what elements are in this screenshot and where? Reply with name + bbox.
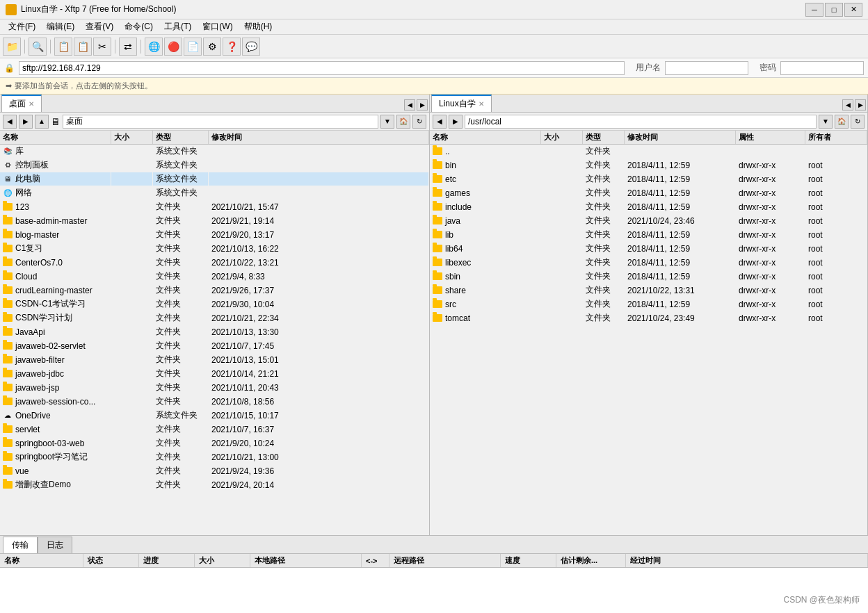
right-forward-button[interactable]: ▶ [449, 115, 463, 129]
toolbar-btn-6[interactable]: ⇄ [119, 38, 137, 56]
list-item[interactable]: lib64 文件夹 2018/4/11, 12:59 drwxr-xr-x ro… [430, 242, 867, 256]
file-type: 文件夹 [153, 423, 209, 436]
list-item[interactable]: 🖥 此电脑 系统文件夹 [0, 172, 429, 186]
right-col-type[interactable]: 类型 [583, 131, 625, 144]
toolbar-btn-10[interactable]: ⚙ [203, 38, 221, 56]
transfer-tab-transfer[interactable]: 传输 [3, 537, 38, 553]
right-path-input[interactable] [465, 115, 817, 129]
left-refresh-button[interactable]: ↻ [412, 115, 426, 129]
list-item[interactable]: src 文件夹 2018/4/11, 12:59 drwxr-xr-x root [430, 297, 867, 311]
menu-window[interactable]: 窗口(W) [197, 19, 238, 34]
toolbar-btn-11[interactable]: ❓ [223, 38, 241, 56]
list-item[interactable]: tomcat 文件夹 2021/10/24, 23:49 drwxr-xr-x … [430, 311, 867, 325]
right-refresh-button[interactable]: ↻ [851, 115, 865, 129]
toolbar-btn-3[interactable]: 📋 [54, 38, 72, 56]
list-item[interactable]: servlet 文件夹 2021/10/7, 16:37 [0, 423, 429, 436]
list-item[interactable]: share 文件夹 2021/10/22, 13:31 drwxr-xr-x r… [430, 284, 867, 297]
list-item[interactable]: 🌐 网络 系统文件夹 [0, 186, 429, 200]
list-item[interactable]: .. 文件夹 [430, 145, 867, 158]
right-path-dropdown[interactable]: ▼ [819, 115, 833, 129]
list-item[interactable]: javaweb-02-servlet 文件夹 2021/10/7, 17:45 [0, 339, 429, 353]
toolbar-btn-8[interactable]: 🔴 [164, 38, 182, 56]
left-col-date[interactable]: 修改时间 [209, 131, 429, 144]
list-item[interactable]: C1复习 文件夹 2021/10/13, 16:22 [0, 242, 429, 256]
list-item[interactable]: 增删改查Demo 文件夹 2021/9/24, 20:14 [0, 478, 429, 492]
menu-tools[interactable]: 工具(T) [159, 19, 197, 34]
list-item[interactable]: javaweb-session-co... 文件夹 2021/10/8, 18:… [0, 395, 429, 409]
list-item[interactable]: games 文件夹 2018/4/11, 12:59 drwxr-xr-x ro… [430, 186, 867, 200]
left-tab-close[interactable]: ✕ [29, 100, 34, 108]
list-item[interactable]: javaweb-filter 文件夹 2021/10/13, 15:01 [0, 353, 429, 367]
menu-help[interactable]: 帮助(H) [239, 19, 278, 34]
toolbar-btn-12[interactable]: 💬 [242, 38, 260, 56]
list-item[interactable]: springboot-03-web 文件夹 2021/9/20, 10:24 [0, 436, 429, 450]
list-item[interactable]: include 文件夹 2018/4/11, 12:59 drwxr-xr-x … [430, 200, 867, 214]
left-tab-desktop[interactable]: 桌面 ✕ [1, 95, 42, 112]
right-home-button[interactable]: 🏠 [835, 115, 849, 129]
left-path-dropdown[interactable]: ▼ [380, 115, 394, 129]
transfer-tab-log[interactable]: 日志 [38, 537, 72, 553]
left-col-size[interactable]: 大小 [111, 131, 153, 144]
menu-view[interactable]: 查看(V) [80, 19, 119, 34]
menu-file[interactable]: 文件(F) [3, 19, 41, 34]
maximize-button[interactable]: □ [825, 3, 843, 17]
list-item[interactable]: 123 文件夹 2021/10/21, 15:47 [0, 200, 429, 214]
list-item[interactable]: JavaApi 文件夹 2021/10/13, 13:30 [0, 325, 429, 339]
right-col-date[interactable]: 修改时间 [625, 131, 736, 144]
title-text: Linux自学 - Xftp 7 (Free for Home/School) [21, 3, 176, 15]
list-item[interactable]: ⚙ 控制面板 系统文件夹 [0, 158, 429, 172]
right-col-name[interactable]: 名称 [430, 131, 541, 144]
list-item[interactable]: sbin 文件夹 2018/4/11, 12:59 drwxr-xr-x roo… [430, 270, 867, 284]
file-type: 文件夹 [153, 228, 209, 241]
list-item[interactable]: javaweb-jdbc 文件夹 2021/10/14, 21:21 [0, 367, 429, 381]
list-item[interactable]: vue 文件夹 2021/9/24, 19:36 [0, 464, 429, 478]
list-item[interactable]: libexec 文件夹 2018/4/11, 12:59 drwxr-xr-x … [430, 256, 867, 270]
list-item[interactable]: crudLearning-master 文件夹 2021/9/26, 17:37 [0, 284, 429, 297]
minimize-button[interactable]: ─ [805, 3, 823, 17]
list-item[interactable]: lib 文件夹 2018/4/11, 12:59 drwxr-xr-x root [430, 228, 867, 242]
left-back-button[interactable]: ◀ [3, 115, 17, 129]
close-button[interactable]: ✕ [844, 3, 862, 17]
toolbar-btn-4[interactable]: 📋 [74, 38, 92, 56]
left-tab-nav-right[interactable]: ▶ [417, 99, 428, 111]
left-home-button[interactable]: 🏠 [396, 115, 410, 129]
toolbar-btn-5[interactable]: ✂ [93, 38, 111, 56]
menu-edit[interactable]: 编辑(E) [41, 19, 80, 34]
right-tab-nav-left[interactable]: ◀ [842, 99, 853, 111]
list-item[interactable]: javaweb-jsp 文件夹 2021/10/11, 20:43 [0, 381, 429, 395]
file-name: base-admin-master [15, 216, 87, 226]
username-field[interactable] [665, 61, 748, 75]
list-item[interactable]: Cloud 文件夹 2021/9/4, 8:33 [0, 270, 429, 284]
toolbar-btn-2[interactable]: 🔍 [29, 38, 47, 56]
right-back-button[interactable]: ◀ [433, 115, 447, 129]
password-field[interactable] [780, 61, 864, 75]
list-item[interactable]: base-admin-master 文件夹 2021/9/21, 19:14 [0, 214, 429, 228]
list-item[interactable]: etc 文件夹 2018/4/11, 12:59 drwxr-xr-x root [430, 172, 867, 186]
right-col-attr[interactable]: 属性 [736, 131, 805, 144]
toolbar-btn-9[interactable]: 📄 [184, 38, 202, 56]
list-item[interactable]: blog-master 文件夹 2021/9/20, 13:17 [0, 228, 429, 242]
toolbar-btn-7[interactable]: 🌐 [145, 38, 163, 56]
right-tab-nav-right[interactable]: ▶ [855, 99, 866, 111]
left-col-type[interactable]: 类型 [153, 131, 209, 144]
list-item[interactable]: CenterOs7.0 文件夹 2021/10/22, 13:21 [0, 256, 429, 270]
right-tab-close[interactable]: ✕ [479, 100, 484, 108]
left-up-button[interactable]: ▲ [35, 115, 49, 129]
list-item[interactable]: ☁ OneDrive 系统文件夹 2021/10/15, 10:17 [0, 409, 429, 423]
left-path-input[interactable] [63, 115, 378, 129]
list-item[interactable]: 📚 库 系统文件夹 [0, 145, 429, 158]
right-col-size[interactable]: 大小 [541, 131, 583, 144]
menu-command[interactable]: 命令(C) [119, 19, 159, 34]
address-input[interactable] [19, 61, 625, 75]
list-item[interactable]: springboot学习笔记 文件夹 2021/10/21, 13:00 [0, 450, 429, 464]
right-tab-linux[interactable]: Linux自学 ✕ [431, 95, 492, 112]
list-item[interactable]: CSDN-C1考试学习 文件夹 2021/9/30, 10:04 [0, 297, 429, 311]
list-item[interactable]: java 文件夹 2021/10/24, 23:46 drwxr-xr-x ro… [430, 214, 867, 228]
left-forward-button[interactable]: ▶ [19, 115, 33, 129]
list-item[interactable]: CSDN学习计划 文件夹 2021/10/21, 22:34 [0, 311, 429, 325]
right-col-owner[interactable]: 所有者 [805, 131, 867, 144]
left-tab-nav-left[interactable]: ◀ [404, 99, 415, 111]
list-item[interactable]: bin 文件夹 2018/4/11, 12:59 drwxr-xr-x root [430, 158, 867, 172]
toolbar-btn-1[interactable]: 📁 [3, 38, 21, 56]
left-col-name[interactable]: 名称 [0, 131, 111, 144]
